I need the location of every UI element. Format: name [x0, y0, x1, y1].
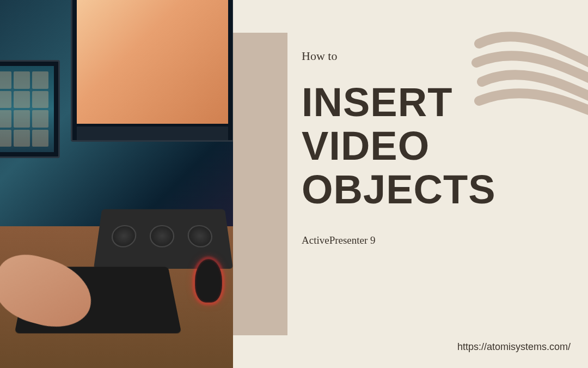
title-line-1: INSERT: [302, 81, 552, 124]
subtitle-text: ActivePresenter 9: [302, 234, 552, 246]
text-content: How to INSERT VIDEO OBJECTS ActivePresen…: [302, 49, 552, 246]
hero-image: [0, 0, 233, 368]
website-url: https://atomisystems.com/: [457, 341, 571, 353]
left-monitor: [0, 60, 60, 158]
gaming-mouse: [195, 259, 222, 303]
right-monitor: [71, 0, 233, 142]
title-line-2: VIDEO: [302, 124, 552, 168]
pretitle-text: How to: [302, 49, 552, 63]
accent-vertical-bar: [233, 33, 287, 335]
main-title: INSERT VIDEO OBJECTS: [302, 81, 552, 212]
title-line-3: OBJECTS: [302, 168, 552, 212]
